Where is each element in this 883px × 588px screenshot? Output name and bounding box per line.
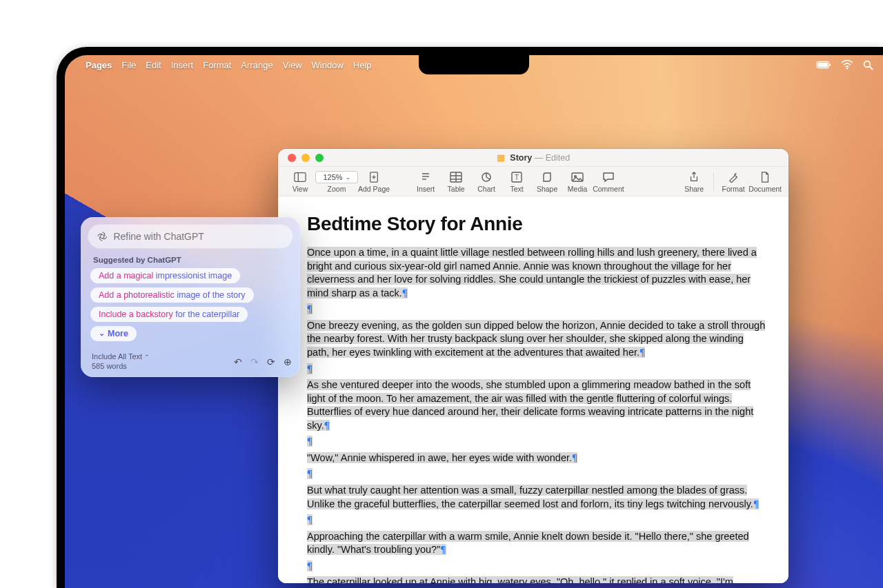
toolbar-text[interactable]: T Text bbox=[502, 171, 532, 193]
doc-paragraph[interactable]: The caterpillar looked up at Annie with … bbox=[307, 576, 755, 583]
toolbar-add-page[interactable]: Add Page bbox=[358, 171, 390, 193]
app-menu[interactable]: Pages bbox=[86, 60, 112, 70]
more-suggestions-button[interactable]: More bbox=[90, 326, 137, 341]
window-title: ▦ Story — Edited bbox=[278, 152, 788, 163]
menu-help[interactable]: Help bbox=[353, 60, 372, 70]
svg-text:T: T bbox=[515, 174, 519, 181]
toolbar-insert[interactable]: Insert bbox=[410, 171, 441, 193]
menu-arrange[interactable]: Arrange bbox=[241, 60, 272, 70]
svg-rect-6 bbox=[295, 173, 306, 182]
menu-format[interactable]: Format bbox=[203, 60, 231, 70]
menu-edit[interactable]: Edit bbox=[146, 60, 161, 70]
svg-rect-1 bbox=[817, 63, 828, 67]
document-area[interactable]: Bedtime Story for Annie Once upon a time… bbox=[278, 196, 788, 583]
doc-paragraph[interactable]: Once upon a time, in a quaint little vil… bbox=[307, 247, 757, 298]
toolbar-format[interactable]: Format bbox=[718, 171, 748, 193]
suggested-label: Suggested by ChatGPT bbox=[93, 256, 292, 264]
insert-icon bbox=[419, 171, 432, 183]
svg-line-5 bbox=[870, 66, 873, 70]
battery-icon[interactable] bbox=[816, 61, 831, 69]
menu-file[interactable]: File bbox=[121, 60, 136, 70]
document-icon: ▦ bbox=[497, 153, 505, 163]
doc-paragraph[interactable]: Approaching the caterpillar with a warm … bbox=[307, 531, 749, 556]
doc-paragraph[interactable]: One breezy evening, as the golden sun di… bbox=[307, 320, 765, 358]
add-icon[interactable]: ⊕ bbox=[284, 356, 292, 367]
doc-title[interactable]: Bedtime Story for Annie bbox=[307, 213, 768, 235]
toolbar-view[interactable]: View bbox=[285, 171, 315, 193]
menu-view[interactable]: View bbox=[283, 60, 302, 70]
svg-point-4 bbox=[864, 61, 871, 67]
table-icon bbox=[450, 171, 462, 183]
undo-icon[interactable]: ↶ bbox=[234, 356, 242, 367]
zoom-select[interactable]: 125%⌄ bbox=[315, 171, 358, 183]
toolbar-chart[interactable]: Chart bbox=[471, 171, 502, 193]
chart-icon bbox=[480, 171, 493, 183]
format-icon bbox=[727, 171, 740, 183]
refine-input[interactable] bbox=[88, 224, 293, 249]
suggestion-pill[interactable]: Include a backstory for the caterpillar bbox=[90, 307, 248, 322]
svg-point-23 bbox=[100, 234, 103, 238]
media-icon bbox=[571, 171, 584, 183]
suggestion-pill[interactable]: Add a photorealistic image of the story bbox=[90, 287, 254, 303]
suggestion-pill[interactable]: Add a magical impressionist image bbox=[90, 268, 240, 283]
chatgpt-palette: Suggested by ChatGPT Add a magical impre… bbox=[81, 217, 300, 377]
toolbar-document[interactable]: Document bbox=[748, 171, 782, 193]
toolbar-share[interactable]: Share bbox=[679, 171, 709, 193]
chatgpt-icon bbox=[97, 230, 108, 243]
include-scope-selector[interactable]: Include All Text bbox=[92, 352, 150, 362]
doc-paragraph[interactable]: But what truly caught her attention was … bbox=[307, 485, 753, 509]
svg-point-3 bbox=[846, 68, 848, 69]
toolbar-shape[interactable]: Shape bbox=[532, 171, 562, 193]
toolbar-zoom[interactable]: 125%⌄ Zoom bbox=[315, 171, 358, 193]
add-page-icon bbox=[368, 171, 380, 183]
toolbar-table[interactable]: Table bbox=[441, 171, 471, 193]
window-titlebar[interactable]: ▦ Story — Edited bbox=[278, 149, 788, 167]
toolbar-comment[interactable]: Comment bbox=[593, 171, 624, 193]
comment-icon bbox=[602, 171, 615, 183]
svg-rect-2 bbox=[829, 63, 831, 66]
menu-insert[interactable]: Insert bbox=[171, 60, 194, 70]
shape-icon bbox=[541, 171, 553, 183]
doc-paragraph[interactable]: As she ventured deeper into the woods, s… bbox=[307, 379, 753, 431]
wifi-icon[interactable] bbox=[841, 60, 853, 70]
display-notch bbox=[419, 55, 529, 74]
pages-window: ▦ Story — Edited View 125%⌄ Zoom bbox=[278, 149, 788, 583]
word-count: 585 words bbox=[92, 362, 150, 372]
share-icon bbox=[688, 171, 700, 183]
text-icon: T bbox=[510, 171, 523, 183]
toolbar-media[interactable]: Media bbox=[562, 171, 593, 193]
menu-window[interactable]: Window bbox=[312, 60, 344, 70]
redo-icon[interactable]: ↷ bbox=[250, 356, 259, 367]
doc-paragraph[interactable]: "Wow," Annie whispered in awe, her eyes … bbox=[307, 452, 572, 463]
refine-input-field[interactable] bbox=[113, 231, 284, 242]
spotlight-icon[interactable] bbox=[863, 60, 873, 70]
document-icon bbox=[759, 171, 771, 183]
refresh-icon[interactable]: ⟳ bbox=[267, 356, 275, 367]
sidebar-icon bbox=[294, 171, 306, 183]
toolbar: View 125%⌄ Zoom Add Page Insert bbox=[278, 167, 788, 196]
